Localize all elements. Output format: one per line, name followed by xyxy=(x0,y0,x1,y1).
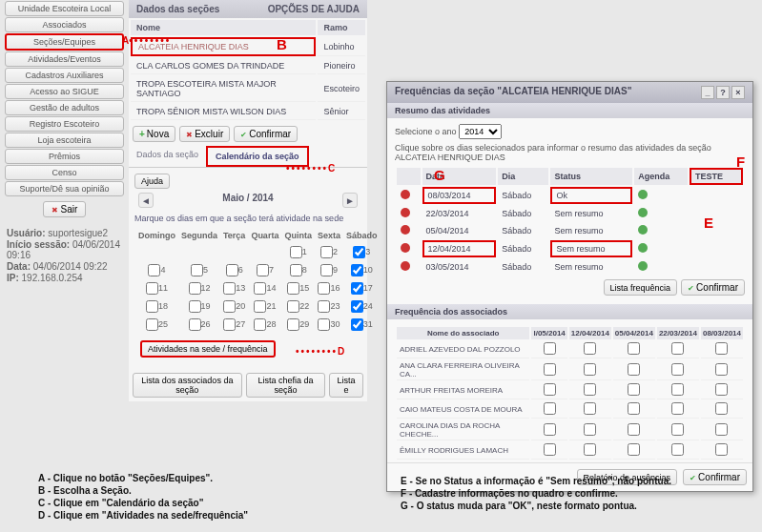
nav-suporte[interactable]: Suporte/Dê sua opinião xyxy=(5,181,124,196)
freq-col[interactable]: 08/03/2014 xyxy=(701,327,743,339)
calendar-day-checkbox[interactable] xyxy=(226,264,238,276)
minimize-button[interactable]: _ xyxy=(701,86,714,99)
calendar-day-checkbox[interactable] xyxy=(351,282,363,295)
calendar-day-checkbox[interactable] xyxy=(148,264,160,276)
tab-dados[interactable]: Dados da seção xyxy=(129,146,206,167)
freq-row[interactable]: ADRIEL AZEVEDO DAL POZZOLO xyxy=(397,341,743,358)
calendar-day-checkbox[interactable] xyxy=(318,300,330,313)
freq-row[interactable]: CAROLINA DIAS DA ROCHA CHECHE... xyxy=(397,420,743,440)
calendar-day-checkbox[interactable] xyxy=(351,318,363,331)
freq-row[interactable]: ÊMILLY RODRIGUES LAMACH xyxy=(397,442,743,460)
calendar-day-checkbox[interactable] xyxy=(287,300,299,313)
attendance-checkbox[interactable] xyxy=(715,383,728,396)
next-month-button[interactable]: ► xyxy=(342,193,358,208)
nav-registro[interactable]: Registro Escoteiro xyxy=(5,116,124,132)
calendar-day-checkbox[interactable] xyxy=(254,282,266,295)
calendar-day-checkbox[interactable] xyxy=(223,300,236,313)
activity-row[interactable]: 12/04/2014SábadoSem resumo xyxy=(397,240,743,257)
attendance-checkbox[interactable] xyxy=(628,423,640,436)
help-link[interactable]: OPÇÕES DE AJUDA xyxy=(268,4,360,14)
nav-cadastros[interactable]: Cadastros Auxiliares xyxy=(5,68,124,83)
attendance-checkbox[interactable] xyxy=(715,402,728,415)
activity-row[interactable]: 05/04/2014SábadoSem resumo xyxy=(397,223,743,238)
calendar-day-checkbox[interactable] xyxy=(287,282,299,295)
lista-frequencia-button[interactable]: Lista frequência xyxy=(604,279,678,296)
calendar-day-checkbox[interactable] xyxy=(257,264,269,276)
nav-loja[interactable]: Loja escoteira xyxy=(5,133,124,148)
attendance-checkbox[interactable] xyxy=(671,443,684,456)
calendar-day-checkbox[interactable] xyxy=(353,246,365,258)
confirmar-dialog-button[interactable]: Confirmar xyxy=(681,279,745,296)
attendance-checkbox[interactable] xyxy=(671,423,684,436)
attendance-checkbox[interactable] xyxy=(544,383,556,396)
nav-associados[interactable]: Associados xyxy=(5,17,124,32)
calendar-day-checkbox[interactable] xyxy=(254,318,266,331)
calendar-day-checkbox[interactable] xyxy=(254,300,266,313)
nav-unidade[interactable]: Unidade Escoteira Local xyxy=(5,1,124,16)
calendar-day-checkbox[interactable] xyxy=(320,246,333,258)
calendar-day-checkbox[interactable] xyxy=(287,318,299,331)
calendar-day-checkbox[interactable] xyxy=(146,282,158,295)
attendance-checkbox[interactable] xyxy=(584,402,596,415)
attendance-checkbox[interactable] xyxy=(628,363,640,376)
calendar-day-checkbox[interactable] xyxy=(189,318,201,331)
nova-button[interactable]: Nova xyxy=(133,126,175,142)
calendar-day-checkbox[interactable] xyxy=(290,246,302,258)
attendance-checkbox[interactable] xyxy=(671,383,684,396)
attendance-checkbox[interactable] xyxy=(544,443,556,456)
activity-row[interactable]: 08/03/2014SábadoOk xyxy=(397,187,743,204)
confirmar-footer-button[interactable]: Confirmar xyxy=(683,469,747,485)
confirmar-button[interactable]: Confirmar xyxy=(234,126,298,142)
calendar-day-checkbox[interactable] xyxy=(318,318,330,331)
excluir-button[interactable]: Excluir xyxy=(179,126,230,142)
activity-row[interactable]: 22/03/2014SábadoSem resumo xyxy=(397,206,743,221)
help-button[interactable]: ? xyxy=(716,86,730,99)
year-select[interactable]: 2014 xyxy=(459,124,502,139)
lista3-button[interactable]: Lista e xyxy=(329,373,363,398)
calendar-day-checkbox[interactable] xyxy=(191,264,203,276)
freq-row[interactable]: ARTHUR FREITAS MOREIRA xyxy=(397,382,743,399)
freq-col[interactable]: Nome do associado xyxy=(397,327,529,339)
sair-button[interactable]: Sair xyxy=(43,201,87,217)
attendance-checkbox[interactable] xyxy=(584,443,596,456)
calendar-day-checkbox[interactable] xyxy=(223,282,236,295)
attendance-checkbox[interactable] xyxy=(671,342,684,355)
attendance-checkbox[interactable] xyxy=(544,342,556,355)
attendance-checkbox[interactable] xyxy=(715,342,728,355)
nav-atividades[interactable]: Atividades/Eventos xyxy=(5,51,124,67)
calendar-day-checkbox[interactable] xyxy=(223,318,236,331)
atividades-frequencia-button[interactable]: Atividades na sede / frequência xyxy=(140,340,276,358)
ajuda-button[interactable]: Ajuda xyxy=(134,174,170,189)
attendance-checkbox[interactable] xyxy=(584,423,596,436)
calendar-day-checkbox[interactable] xyxy=(146,318,158,331)
freq-col[interactable]: 22/03/2014 xyxy=(657,327,699,339)
calendar-day-checkbox[interactable] xyxy=(290,264,302,276)
table-row[interactable]: CLA CARLOS GOMES DA TRINDADEPioneiro xyxy=(131,58,365,74)
attendance-checkbox[interactable] xyxy=(671,402,684,415)
nav-gestao[interactable]: Gestão de adultos xyxy=(5,100,124,115)
attendance-checkbox[interactable] xyxy=(584,342,596,355)
lista-chefia-button[interactable]: Lista chefia da seção xyxy=(246,373,325,398)
col-agenda[interactable]: Agenda xyxy=(634,168,688,185)
col-dia[interactable]: Dia xyxy=(498,168,548,185)
attendance-checkbox[interactable] xyxy=(544,423,556,436)
attendance-checkbox[interactable] xyxy=(671,363,684,376)
calendar-day-checkbox[interactable] xyxy=(146,300,158,313)
col-teste[interactable]: TESTE xyxy=(690,168,743,185)
table-row[interactable]: TROPA SÊNIOR MISTA WILSON DIASSênior xyxy=(131,104,365,120)
freq-row[interactable]: ANA CLARA FERREIRA OLIVEIRA CA... xyxy=(397,360,743,380)
activity-row[interactable]: 03/05/2014SábadoSem resumo xyxy=(397,259,743,275)
nav-premios[interactable]: Prêmios xyxy=(5,149,124,164)
calendar-day-checkbox[interactable] xyxy=(189,300,201,313)
freq-col[interactable]: 12/04/2014 xyxy=(569,327,611,339)
calendar-day-checkbox[interactable] xyxy=(320,264,333,276)
lista-associados-button[interactable]: Lista dos associados da seção xyxy=(133,373,242,398)
calendar-day-checkbox[interactable] xyxy=(189,282,201,295)
attendance-checkbox[interactable] xyxy=(544,363,556,376)
attendance-checkbox[interactable] xyxy=(628,402,640,415)
attendance-checkbox[interactable] xyxy=(628,342,640,355)
attendance-checkbox[interactable] xyxy=(584,383,596,396)
table-row[interactable]: TROPA ESCOTEIRA MISTA MAJOR SANTIAGOEsco… xyxy=(131,76,365,102)
prev-month-button[interactable]: ◄ xyxy=(138,193,154,208)
attendance-checkbox[interactable] xyxy=(715,443,728,456)
